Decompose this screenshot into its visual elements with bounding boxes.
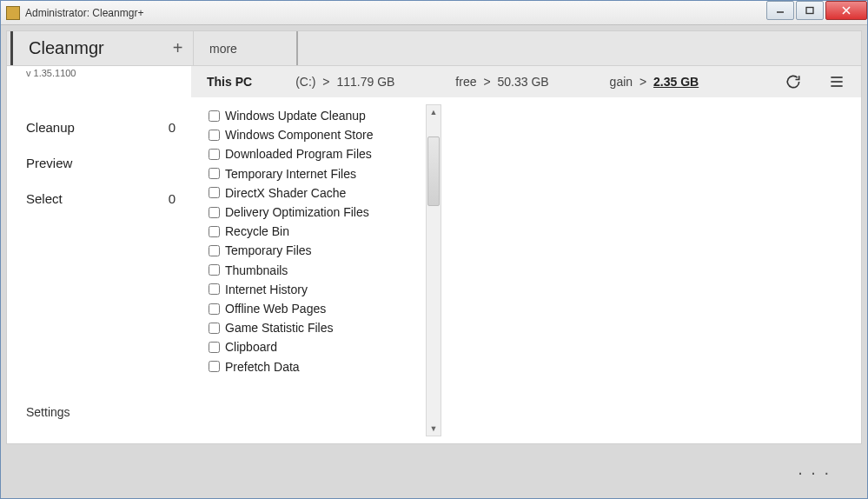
gain-size: 2.35 GB: [653, 75, 699, 89]
checkbox[interactable]: [209, 168, 220, 179]
scroll-up-icon[interactable]: ▲: [427, 105, 441, 119]
arrow-icon: >: [639, 75, 646, 89]
scroll-thumb[interactable]: [427, 136, 440, 206]
app-window: Administrator: Cleanmgr+ Cleanmgr +: [0, 0, 868, 499]
checkbox[interactable]: [209, 264, 220, 276]
list-item[interactable]: DirectX Shader Cache: [209, 183, 441, 203]
minimize-icon: [775, 6, 785, 15]
list-item-label: Temporary Files: [225, 241, 312, 260]
more-tab[interactable]: more: [194, 31, 298, 65]
hamburger-icon: [828, 73, 845, 90]
checkbox[interactable]: [209, 187, 220, 198]
hamburger-button[interactable]: [828, 73, 845, 90]
list-item-label: Recycle Bin: [225, 222, 289, 241]
free-size: 50.33 GB: [497, 75, 548, 89]
gain-info[interactable]: gain > 2.35 GB: [610, 75, 699, 89]
sidebar-item-select[interactable]: Select 0: [7, 181, 191, 216]
arrow-icon: >: [483, 75, 490, 89]
titlebar: Administrator: Cleanmgr+: [1, 1, 867, 25]
inner-panel: Cleanmgr + more v 1.35.1100 This PC (C:): [6, 30, 862, 444]
checkbox[interactable]: [209, 149, 220, 160]
list-item[interactable]: Downloaded Program Files: [209, 144, 441, 163]
list-item[interactable]: Delivery Optimization Files: [209, 203, 441, 222]
list-item-label: Windows Component Store: [225, 125, 373, 144]
checkbox[interactable]: [209, 323, 220, 334]
list-item[interactable]: Windows Component Store: [209, 125, 441, 144]
content-frame: Cleanmgr + more v 1.35.1100 This PC (C:): [1, 25, 867, 498]
svg-rect-1: [806, 8, 813, 14]
list-item[interactable]: Game Statistic Files: [209, 318, 441, 337]
list-item-label: Delivery Optimization Files: [225, 203, 369, 222]
new-tab-button[interactable]: +: [162, 31, 194, 65]
sidebar-header: v 1.35.1100: [7, 66, 191, 97]
list-item-label: Internet History: [225, 280, 308, 299]
checkbox[interactable]: [209, 342, 220, 353]
sidebar-item-label: Cleanup: [26, 120, 75, 135]
footer-more-button[interactable]: . . .: [798, 459, 831, 479]
list-item[interactable]: Recycle Bin: [209, 222, 441, 241]
list-item-label: Clipboard: [225, 337, 277, 356]
checkbox[interactable]: [209, 207, 220, 218]
app-name: Cleanmgr: [29, 38, 104, 58]
list-item-label: Temporary Internet Files: [225, 164, 356, 183]
list-item[interactable]: Internet History: [209, 280, 441, 299]
maximize-button[interactable]: [796, 1, 824, 20]
settings-label: Settings: [26, 405, 70, 419]
scrollbar[interactable]: ▲ ▼: [426, 104, 441, 436]
checkbox[interactable]: [209, 130, 220, 141]
checkbox[interactable]: [209, 110, 220, 122]
maximize-icon: [805, 6, 815, 15]
arrow-icon: >: [322, 75, 329, 89]
sub-header: v 1.35.1100 This PC (C:) > 111.79 GB fre…: [7, 66, 861, 97]
tabs-row: Cleanmgr + more: [7, 31, 861, 66]
plus-icon: +: [173, 38, 183, 58]
list-item-label: Prefetch Data: [225, 357, 300, 376]
minimize-button[interactable]: [766, 1, 794, 20]
list-item[interactable]: Windows Update Cleanup: [209, 106, 441, 125]
free-info: free > 50.33 GB: [455, 75, 548, 89]
close-icon: [841, 6, 851, 15]
info-label: This PC: [207, 75, 252, 89]
list-item-label: Thumbnails: [225, 261, 288, 280]
sidebar-item-preview[interactable]: Preview: [7, 145, 191, 181]
list-item[interactable]: Thumbnails: [209, 261, 441, 280]
list-item[interactable]: Temporary Files: [209, 241, 441, 260]
close-button[interactable]: [825, 1, 867, 20]
list-item-label: Game Statistic Files: [225, 318, 333, 337]
sidebar-item-cleanup[interactable]: Cleanup 0: [7, 110, 191, 145]
drive-size: 111.79 GB: [336, 75, 394, 89]
sidebar-item-label: Preview: [26, 156, 72, 170]
list-item[interactable]: Clipboard: [209, 337, 441, 356]
footer: . . .: [6, 444, 862, 493]
refresh-icon: [785, 73, 802, 90]
scroll-down-icon[interactable]: ▼: [427, 422, 441, 436]
list-item-label: Downloaded Program Files: [225, 144, 372, 163]
checkbox[interactable]: [209, 303, 220, 315]
checkbox[interactable]: [209, 361, 220, 372]
sidebar-settings[interactable]: Settings: [7, 393, 191, 443]
list-item-label: Offline Web Pages: [225, 299, 326, 318]
gain-label: gain: [610, 75, 633, 89]
list-item[interactable]: Temporary Internet Files: [209, 164, 441, 183]
checkbox[interactable]: [209, 283, 220, 295]
list-item-label: DirectX Shader Cache: [225, 183, 346, 203]
sidebar-item-count: 0: [169, 120, 176, 135]
more-label: more: [209, 42, 237, 56]
drive-letter: (C:): [295, 75, 315, 89]
refresh-button[interactable]: [785, 73, 802, 90]
sidebar-item-label: Select: [26, 191, 63, 206]
list-item[interactable]: Prefetch Data: [209, 357, 441, 376]
info-actions: [785, 73, 845, 90]
version-label: v 1.35.1100: [26, 68, 76, 78]
list-item[interactable]: Offline Web Pages: [209, 299, 441, 318]
window-title: Administrator: Cleanmgr+: [25, 7, 765, 19]
list-item-label: Windows Update Cleanup: [225, 106, 366, 125]
sidebar-item-count: 0: [169, 191, 176, 206]
checkbox[interactable]: [209, 245, 220, 256]
checkbox[interactable]: [209, 226, 220, 237]
details-pane: [441, 97, 861, 443]
sidebar: Cleanup 0 Preview Select 0 Settings: [7, 97, 191, 443]
free-label: free: [455, 75, 476, 89]
main-split: Cleanup 0 Preview Select 0 Settings: [7, 97, 861, 443]
window-buttons: [765, 1, 867, 24]
